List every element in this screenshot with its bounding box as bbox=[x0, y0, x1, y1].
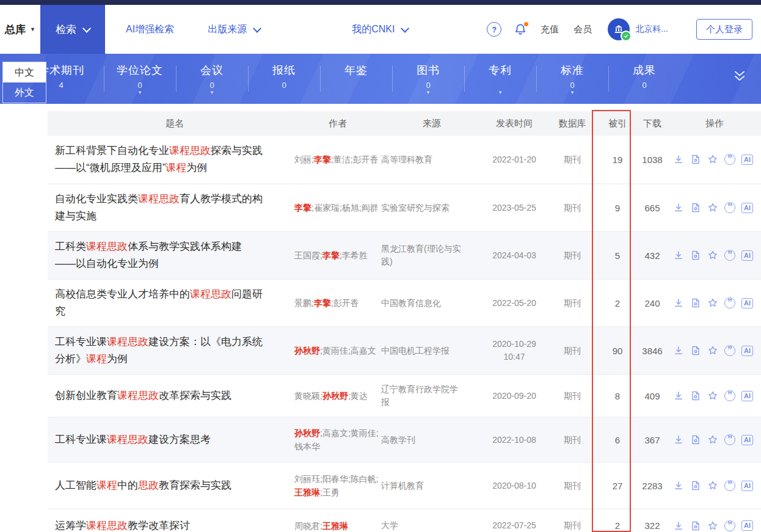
result-source-link[interactable]: 黑龙江教育(理论与实践) bbox=[381, 242, 482, 268]
result-title-link[interactable]: 新工科背景下自动化专业课程思政探索与实践——以“微机原理及应用”课程为例 bbox=[55, 136, 294, 183]
read-online-icon[interactable] bbox=[690, 520, 701, 531]
result-cited-count-link[interactable]: 9 bbox=[599, 203, 636, 213]
result-authors[interactable]: 景鹏;李擎;彭开香 bbox=[294, 296, 381, 310]
result-source-link[interactable]: 高教学刊 bbox=[381, 434, 482, 446]
read-online-icon[interactable] bbox=[690, 154, 701, 165]
read-online-icon[interactable] bbox=[690, 202, 701, 213]
tab-foreign[interactable]: 外文 bbox=[3, 82, 46, 103]
download-icon[interactable] bbox=[673, 520, 684, 531]
favorite-star-icon[interactable] bbox=[707, 202, 718, 213]
result-title-link[interactable]: 工科专业课课程思政建设方案：以《电力系统分析》课程为例 bbox=[55, 327, 294, 374]
help-icon[interactable]: ? bbox=[487, 22, 501, 37]
read-online-icon[interactable] bbox=[690, 390, 701, 401]
result-cited-count-link[interactable]: 2 bbox=[599, 520, 636, 531]
result-source-link[interactable]: 辽宁教育行政学院学报 bbox=[381, 383, 482, 409]
read-online-icon[interactable] bbox=[690, 297, 701, 308]
nav-publication-source[interactable]: 出版来源 bbox=[208, 5, 260, 54]
cite-quote-icon[interactable]: ” bbox=[724, 297, 735, 308]
result-cited-count-link[interactable]: 19 bbox=[599, 155, 636, 165]
download-icon[interactable] bbox=[673, 434, 684, 445]
result-cited-count-link[interactable]: 90 bbox=[599, 346, 636, 356]
result-authors[interactable]: 王国霞;李擎;李希胜 bbox=[294, 249, 381, 262]
favorite-star-icon[interactable] bbox=[707, 250, 718, 261]
result-title-link[interactable]: 工科类课程思政体系与教学实践体系构建——以自动化专业为例 bbox=[55, 232, 294, 279]
cite-quote-icon[interactable]: ” bbox=[724, 434, 735, 445]
personal-login-button[interactable]: 个人登录 bbox=[696, 19, 752, 40]
institution-name[interactable]: 北京科... bbox=[635, 24, 668, 35]
result-cited-count-link[interactable]: 8 bbox=[599, 391, 636, 401]
result-authors[interactable]: 孙秋野;高嘉文;黄雨佳;钱本华 bbox=[294, 426, 381, 453]
cite-quote-icon[interactable]: ” bbox=[724, 154, 735, 165]
read-online-icon[interactable] bbox=[690, 434, 701, 445]
result-source-link[interactable]: 中国电机工程学报 bbox=[381, 344, 482, 357]
result-authors[interactable]: 刘丽珏;阳春华;陈白帆;王雅琳;王勇 bbox=[294, 472, 381, 499]
result-authors[interactable]: 刘丽;李擎;董洁;彭开香 bbox=[294, 153, 381, 166]
category-yearbooks[interactable]: 年鉴 bbox=[320, 54, 392, 104]
cite-quote-icon[interactable]: ” bbox=[724, 250, 735, 261]
nav-ai-enhanced-search[interactable]: AI增强检索 bbox=[126, 5, 174, 54]
expand-double-chevron-icon[interactable] bbox=[732, 70, 748, 86]
favorite-star-icon[interactable] bbox=[707, 434, 718, 445]
result-cited-count-link[interactable]: 2 bbox=[599, 298, 636, 308]
ai-icon[interactable]: AI bbox=[741, 481, 753, 491]
ai-icon[interactable]: AI bbox=[741, 298, 753, 308]
result-authors[interactable]: 黄晓颖;孙秋野;黄达 bbox=[294, 389, 381, 403]
read-online-icon[interactable] bbox=[690, 480, 701, 491]
result-title-link[interactable]: 高校信息类专业人才培养中的课程思政问题研究 bbox=[55, 280, 294, 326]
institution-avatar[interactable] bbox=[608, 18, 630, 40]
cite-quote-icon[interactable]: ” bbox=[724, 390, 735, 401]
cite-quote-icon[interactable]: ” bbox=[724, 345, 735, 356]
result-source-link[interactable]: 计算机教育 bbox=[381, 479, 482, 492]
result-source-link[interactable]: 实验室研究与探索 bbox=[381, 202, 482, 214]
result-title-link[interactable]: 工科专业课课程思政建设方案思考 bbox=[55, 425, 294, 454]
download-icon[interactable] bbox=[673, 297, 684, 308]
result-cited-count-link[interactable]: 5 bbox=[599, 250, 636, 261]
result-authors[interactable]: 孙秋野;黄雨佳;高嘉文 bbox=[294, 344, 381, 357]
nav-my-cnki[interactable]: 我的CNKI bbox=[352, 5, 408, 54]
category-books[interactable]: 图书0▾ bbox=[392, 54, 464, 104]
download-icon[interactable] bbox=[673, 154, 684, 165]
result-title-link[interactable]: 运筹学课程思政教学改革探讨 bbox=[55, 511, 294, 532]
database-selector[interactable]: 总库 ▼ bbox=[0, 5, 40, 54]
ai-icon[interactable]: AI bbox=[741, 346, 753, 356]
result-title-link[interactable]: 自动化专业实践类课程思政育人教学模式的构建与实施 bbox=[55, 184, 294, 231]
result-title-link[interactable]: 人工智能课程中的思政教育探索与实践 bbox=[55, 471, 294, 500]
category-conferences[interactable]: 会议0▾ bbox=[176, 54, 248, 104]
ai-icon[interactable]: AI bbox=[741, 435, 753, 445]
favorite-star-icon[interactable] bbox=[707, 480, 718, 491]
cite-quote-icon[interactable]: ” bbox=[724, 202, 735, 213]
cite-quote-icon[interactable]: ” bbox=[724, 520, 735, 531]
favorite-star-icon[interactable] bbox=[707, 297, 718, 308]
ai-icon[interactable]: AI bbox=[741, 520, 753, 531]
ai-icon[interactable]: AI bbox=[741, 250, 753, 261]
favorite-star-icon[interactable] bbox=[707, 345, 718, 356]
nav-search[interactable]: 检索 bbox=[40, 5, 105, 54]
category-standards[interactable]: 标准0▾ bbox=[536, 54, 608, 104]
result-authors[interactable]: 李擎;崔家瑞;杨旭;阎群 bbox=[294, 201, 381, 214]
download-icon[interactable] bbox=[673, 202, 684, 213]
result-source-link[interactable]: 大学 bbox=[381, 519, 482, 532]
category-dissertations[interactable]: 学位论文0▾ bbox=[104, 54, 176, 104]
result-source-link[interactable]: 中国教育信息化 bbox=[381, 297, 482, 310]
result-title-link[interactable]: 创新创业教育课程思政改革探索与实践 bbox=[55, 381, 294, 410]
category-newspapers[interactable]: 报纸0 bbox=[248, 54, 320, 104]
result-source-link[interactable]: 高等理科教育 bbox=[381, 153, 482, 166]
cite-quote-icon[interactable]: ” bbox=[724, 480, 735, 491]
ai-icon[interactable]: AI bbox=[741, 203, 753, 213]
member-link[interactable]: 会员 bbox=[573, 24, 592, 35]
download-icon[interactable] bbox=[673, 345, 684, 356]
ai-icon[interactable]: AI bbox=[741, 391, 753, 401]
download-icon[interactable] bbox=[673, 250, 684, 261]
read-online-icon[interactable] bbox=[690, 250, 701, 261]
category-achievements[interactable]: 成果0 bbox=[608, 54, 680, 104]
download-icon[interactable] bbox=[673, 480, 684, 491]
download-icon[interactable] bbox=[673, 390, 684, 401]
ai-icon[interactable]: AI bbox=[741, 155, 753, 165]
result-cited-count-link[interactable]: 27 bbox=[599, 481, 636, 491]
read-online-icon[interactable] bbox=[690, 345, 701, 356]
tab-chinese[interactable]: 中文 bbox=[3, 62, 46, 82]
favorite-star-icon[interactable] bbox=[707, 154, 718, 165]
category-patents[interactable]: 专利▾ bbox=[464, 54, 536, 104]
favorite-star-icon[interactable] bbox=[707, 390, 718, 401]
result-authors[interactable]: 周晓君;王雅琳 bbox=[294, 519, 381, 532]
